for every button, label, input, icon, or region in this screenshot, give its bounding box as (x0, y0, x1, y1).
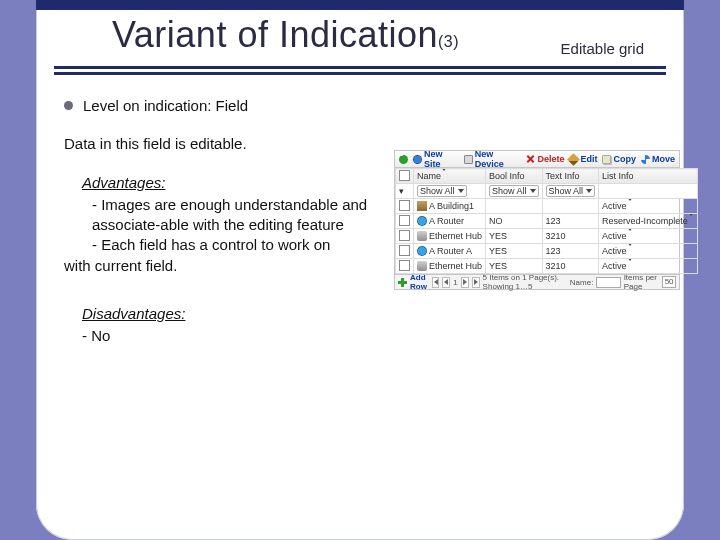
move-icon (641, 155, 650, 164)
cell-bool (486, 199, 543, 214)
delete-button[interactable]: Delete (526, 154, 564, 164)
bullet-dot-icon (64, 101, 73, 110)
cell-bool: NO (486, 214, 543, 229)
copy-icon (602, 155, 611, 164)
cell-text: 3210 (542, 229, 599, 244)
cell-name: A Router (429, 216, 464, 226)
slide-body-text: Level on indication: Field Data in this … (64, 96, 384, 346)
name-filter-input[interactable] (596, 277, 620, 288)
table-header-row: Name Bool Info Text Info List Info (396, 169, 698, 184)
intro-paragraph: Data in this field is editable. (64, 134, 384, 154)
chevron-down-icon (627, 259, 633, 272)
select-all-checkbox[interactable] (396, 169, 414, 184)
table-row[interactable]: A RouterNO123Reserved-Incomplete (396, 214, 698, 229)
items-per-page-label: Items per Page (624, 273, 660, 291)
building-icon (417, 201, 427, 211)
move-button[interactable]: Move (641, 154, 675, 164)
col-header-list[interactable]: List Info (599, 169, 698, 184)
col-header-name[interactable]: Name (414, 169, 486, 184)
pager-next-button[interactable] (461, 277, 469, 288)
title-main: Variant of Indication (112, 14, 438, 55)
chevron-down-icon (688, 214, 694, 227)
plus-icon (398, 278, 407, 287)
slide-header: Variant of Indication(3) Editable grid (36, 10, 684, 56)
new-site-button[interactable]: New Site (413, 149, 459, 169)
copy-label: Copy (613, 154, 636, 164)
grid-footer: Add Row 1 5 Items on 1 Page(s). Showing … (395, 274, 679, 289)
row-checkbox[interactable] (399, 215, 410, 226)
row-checkbox[interactable] (399, 245, 410, 256)
cell-name: A Building1 (429, 201, 474, 211)
new-device-label: New Device (475, 149, 522, 169)
slide-top-stripe (36, 0, 684, 10)
advantage-item: - Images are enough understandable and a… (92, 195, 384, 236)
move-label: Move (652, 154, 675, 164)
header-rule (54, 72, 666, 75)
items-per-page-input[interactable]: 50 (662, 276, 676, 288)
pager-prev-button[interactable] (442, 277, 450, 288)
editable-grid-screenshot: New Site New Device Delete Edit Copy Mov… (394, 150, 680, 290)
new-device-button[interactable]: New Device (464, 149, 522, 169)
delete-icon (526, 155, 535, 164)
cell-list[interactable]: Active (599, 244, 698, 259)
disadvantage-item: - No (82, 326, 384, 346)
chevron-down-icon (627, 229, 633, 242)
cell-text (542, 199, 599, 214)
advantage-item: - Each field has a control to work on (92, 235, 384, 255)
cell-text: 123 (542, 214, 599, 229)
cell-name: A Router A (429, 246, 472, 256)
delete-label: Delete (537, 154, 564, 164)
cell-text: 123 (542, 244, 599, 259)
table-row[interactable]: A Building1Active (396, 199, 698, 214)
hub-icon (417, 231, 427, 241)
pager-summary: 5 Items on 1 Page(s). Showing 1…5 (483, 273, 567, 291)
filter-list[interactable] (599, 184, 698, 199)
filter-text[interactable]: Show All (542, 184, 599, 199)
router-icon (417, 246, 427, 256)
filter-funnel[interactable]: ▾ (396, 184, 414, 199)
cell-list[interactable]: Reserved-Incomplete (599, 214, 698, 229)
edit-button[interactable]: Edit (569, 154, 597, 164)
advantage-tail: with current field. (64, 256, 384, 276)
cell-bool: YES (486, 244, 543, 259)
data-grid-table: Name Bool Info Text Info List Info ▾ Sho… (395, 168, 698, 274)
device-icon (464, 155, 473, 164)
slide-title: Variant of Indication(3) (112, 14, 459, 56)
cell-list[interactable]: Active (599, 259, 698, 274)
chevron-down-icon (627, 244, 633, 257)
col-header-text[interactable]: Text Info (542, 169, 599, 184)
cell-list[interactable]: Active (599, 199, 698, 214)
pencil-icon (568, 153, 581, 166)
copy-button[interactable]: Copy (602, 154, 636, 164)
refresh-icon[interactable] (399, 155, 408, 164)
pager-first-button[interactable] (432, 277, 440, 288)
cell-text: 3210 (542, 259, 599, 274)
chevron-down-icon (627, 199, 633, 212)
col-header-bool[interactable]: Bool Info (486, 169, 543, 184)
table-row[interactable]: Ethernet HubYES3210Active (396, 259, 698, 274)
new-site-label: New Site (424, 149, 459, 169)
pager-page-number: 1 (453, 278, 457, 287)
row-checkbox[interactable] (399, 260, 410, 271)
pager-last-button[interactable] (472, 277, 480, 288)
cell-list[interactable]: Active (599, 229, 698, 244)
disadvantages-heading: Disadvantages: (82, 304, 384, 324)
row-checkbox[interactable] (399, 200, 410, 211)
filter-bool[interactable]: Show All (486, 184, 543, 199)
table-row[interactable]: Ethernet HubYES3210Active (396, 229, 698, 244)
chevron-down-icon (530, 189, 536, 193)
add-row-button[interactable]: Add Row (398, 273, 429, 291)
table-filter-row: ▾ Show All Show All Show All (396, 184, 698, 199)
chevron-down-icon (458, 189, 464, 193)
sort-icon (441, 169, 447, 182)
cell-bool: YES (486, 259, 543, 274)
filter-name[interactable]: Show All (414, 184, 486, 199)
row-checkbox[interactable] (399, 230, 410, 241)
name-filter-label: Name: (570, 278, 594, 287)
cell-name: Ethernet Hub (429, 231, 482, 241)
slide-subtitle: Editable grid (561, 40, 644, 57)
router-icon (417, 216, 427, 226)
table-row[interactable]: A Router AYES123Active (396, 244, 698, 259)
cell-name: Ethernet Hub (429, 261, 482, 271)
cell-bool: YES (486, 229, 543, 244)
